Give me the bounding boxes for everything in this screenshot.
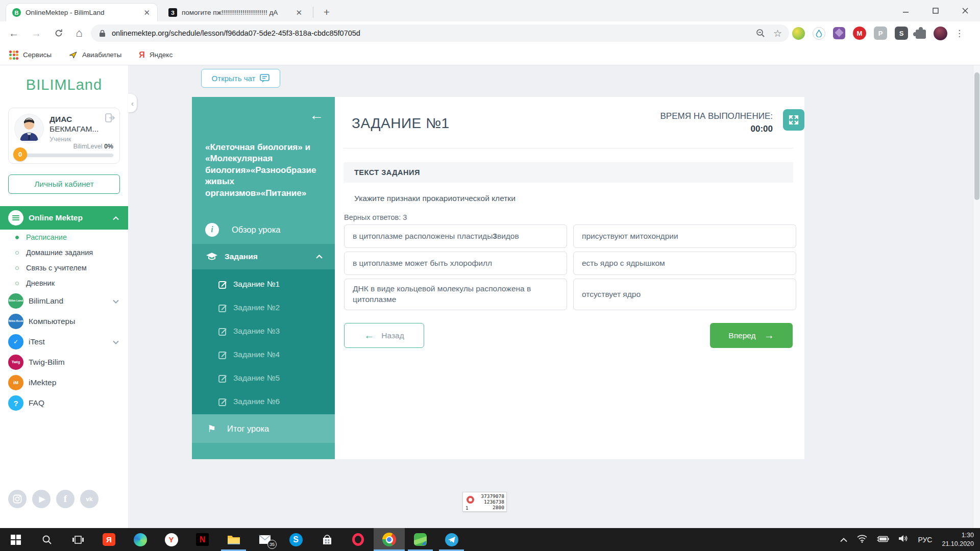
sidebar-item-label: Дневник [26,279,55,287]
vk-icon[interactable]: vk [80,490,99,508]
maximize-button[interactable] [921,0,950,21]
sidebar-item-twig-bilim[interactable]: Twig Twig-Bilim [0,352,128,372]
tab-close-icon[interactable]: ✕ [142,8,151,17]
task-item-2[interactable]: Задание №2 [192,296,335,319]
taskbar-bluestacks-icon[interactable] [405,528,436,551]
nav-group-online-mektep[interactable]: Online Mektep [0,206,128,230]
forward-icon[interactable]: → [29,26,44,41]
task-item-1[interactable]: Задание №1 [192,272,335,296]
bilimland-favicon-icon: B [12,8,21,17]
taskbar-clock[interactable]: 1:30 21.10.2020 [942,531,974,548]
extension-s-icon[interactable]: S [895,27,908,40]
tab-onlinemektep[interactable]: B OnlineMektep - BilimLand ✕ [6,4,157,21]
extensions-puzzle-icon[interactable] [916,30,926,39]
lesson-tasks-header[interactable]: Задания [192,244,335,269]
sidebar-item-schedule[interactable]: Расписание [0,230,128,245]
taskbar-store-icon[interactable] [311,528,342,551]
back-icon[interactable]: ← [6,26,21,41]
sidebar-item-imektep[interactable]: iM iMektep [0,372,128,393]
next-button[interactable]: Вперед → [710,323,793,348]
bookmark-avia[interactable]: Авиабилеты [69,51,121,59]
mail-badge: 35 [267,540,277,549]
new-tab-button[interactable]: + [320,5,334,19]
bookmark-star-icon[interactable]: ☆ [773,28,782,39]
extension-pocket-icon[interactable]: P [874,27,887,40]
answer-option-2[interactable]: присуствуют митохондрии [573,224,796,248]
personal-cabinet-button[interactable]: Личный кабинет [8,174,120,194]
answer-option-1[interactable]: в цитоплазме расположены пластиды 3 видо… [344,224,567,248]
chrome-menu-icon[interactable]: ⋮ [955,29,964,38]
lock-icon[interactable] [99,30,106,37]
volume-icon[interactable] [899,535,908,544]
language-indicator[interactable]: РУС [918,536,932,544]
fullscreen-button[interactable] [783,109,804,131]
back-button[interactable]: ← Назад [344,323,424,348]
battery-icon[interactable] [877,535,889,544]
taskbar-edge-icon[interactable] [125,528,156,551]
answer-option-5[interactable]: ДНК в виде кольцевой молекулы расположен… [344,279,567,310]
task-item-6[interactable]: Задание №6 [192,390,335,413]
facebook-icon[interactable]: f [56,490,75,508]
tab-close-icon[interactable]: ✕ [295,8,303,17]
extension-cube-icon[interactable] [833,27,845,39]
taskbar-chrome-icon[interactable] [374,528,405,551]
lesson-summary-item[interactable]: ⚑ Итог урока [192,414,335,443]
taskbar-yandex-icon[interactable]: Я [93,528,125,551]
close-window-button[interactable] [950,0,980,21]
taskbar-telegram-icon[interactable] [436,528,467,551]
scrollbar-thumb[interactable] [974,72,979,200]
taskbar-mail-icon[interactable]: 35 [249,528,280,551]
sidebar-item-label: Twig-Bilim [29,358,65,367]
minimize-button[interactable] [891,0,921,21]
taskbar-opera-icon[interactable] [342,528,374,551]
sidebar-collapse-button[interactable]: ‹ [128,94,137,112]
bilimland-logo[interactable]: BILIMLand [0,77,128,93]
lesson-back-icon[interactable]: ← [309,108,324,122]
taskbar-yandex-browser-icon[interactable]: Y [156,528,187,551]
twig-icon: Twig [8,355,23,370]
task-view-icon[interactable] [62,528,93,551]
sidebar-item-homework[interactable]: Домашние задания [0,245,128,260]
sidebar-item-bilimland[interactable]: Bilim Land BilimLand [0,291,128,311]
logout-icon[interactable] [105,113,115,124]
zoom-out-icon[interactable] [756,29,765,38]
answer-option-3[interactable]: в цитоплазме может быть хлорофилл [344,252,567,275]
bookmark-services[interactable]: Сервисы [9,51,52,60]
sidebar-item-itest[interactable]: ✓ iTest [0,332,128,352]
sidebar-item-faq[interactable]: ? FAQ [0,393,128,413]
bookmark-yandex[interactable]: Я Яндекс [139,51,173,60]
youtube-icon[interactable]: ▶ [32,490,51,508]
tab-help-question[interactable]: З помогите пж!!!!!!!!!!!!!!!!!!!!!!!! дА… [162,4,309,21]
extensions-row: M P S ⋮ [792,24,964,42]
sidebar-item-diary[interactable]: Дневник [0,276,128,291]
home-icon[interactable]: ⌂ [71,26,87,41]
answer-option-4[interactable]: есть ядро с ядрышком [573,252,796,275]
visit-counter[interactable]: 37379078 1236738 2800 1 [462,492,507,512]
task-item-5[interactable]: Задание №5 [192,366,335,390]
extension-drop-icon[interactable] [813,27,825,40]
task-item-4[interactable]: Задание №4 [192,343,335,366]
wifi-icon[interactable] [857,535,867,545]
refresh-icon[interactable] [51,26,66,41]
url-text: onlinemektep.org/schedule/lesson/f96dda0… [112,29,756,37]
taskbar-search-icon[interactable] [31,528,62,551]
start-button[interactable] [0,528,31,551]
lesson-overview-item[interactable]: i Обзор урока [192,215,335,244]
extension-mega-icon[interactable]: M [853,27,866,40]
instagram-icon[interactable] [8,490,27,508]
time: 1:30 [942,531,974,540]
profile-avatar[interactable] [934,27,947,40]
sidebar-item-label: Компьютеры [29,317,75,326]
open-chat-button[interactable]: Открыть чат [201,69,280,88]
sidebar-item-teacher-contact[interactable]: Связь с учителем [0,260,128,276]
sidebar-item-computers[interactable]: Bilim Book Компьютеры [0,311,128,332]
task-item-3[interactable]: Задание №3 [192,319,335,343]
page-scrollbar[interactable] [973,65,980,528]
taskbar-explorer-icon[interactable] [218,528,249,551]
taskbar-netflix-icon[interactable]: N [187,528,218,551]
answer-option-6[interactable]: отсуствует ядро [573,279,796,310]
url-bar[interactable]: onlinemektep.org/schedule/lesson/f96dda0… [91,24,789,42]
extension-duck-icon[interactable] [792,27,805,40]
taskbar-skype-icon[interactable]: S [280,528,311,551]
tray-chevron-up-icon[interactable] [840,535,847,544]
